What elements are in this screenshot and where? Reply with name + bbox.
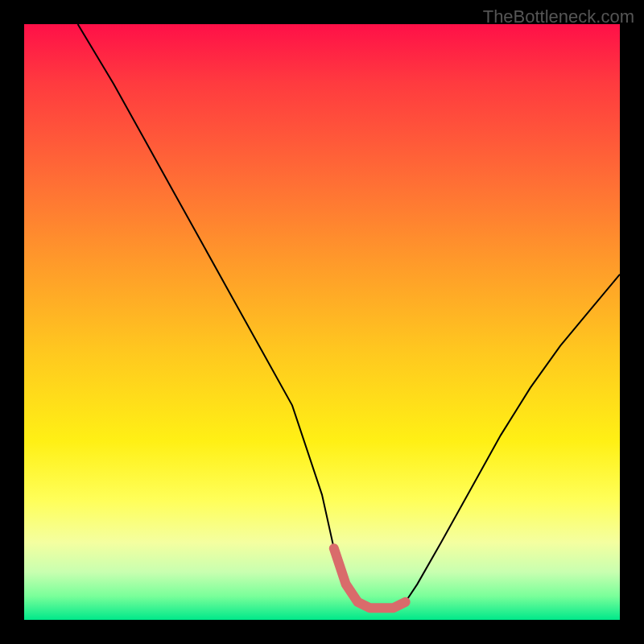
chart-plot-area <box>24 24 620 620</box>
chart-curve-svg <box>24 24 620 620</box>
chart-main-curve <box>78 24 620 608</box>
chart-highlight-segment <box>334 548 406 608</box>
watermark-text: TheBottleneck.com <box>483 6 634 27</box>
